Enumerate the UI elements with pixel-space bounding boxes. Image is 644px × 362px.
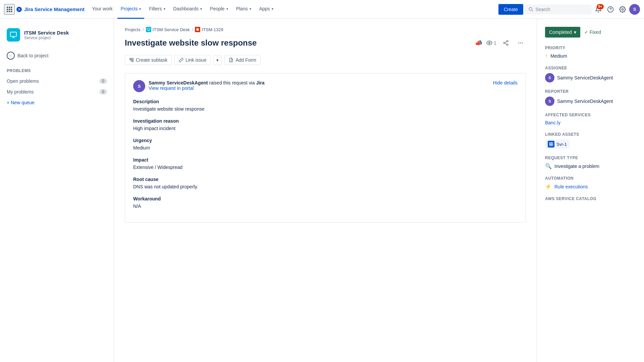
app-logo[interactable]: Jira Service Management (16, 6, 85, 12)
raised-text: raised this request via (209, 80, 256, 85)
toolbar-more-button[interactable]: ▾ (213, 55, 222, 65)
svg-rect-1 (9, 7, 10, 8)
issue-toolbar: Create subtask Link issue ▾ Add Form (125, 55, 526, 65)
top-navigation: Jira Service Management Your work Projec… (0, 0, 644, 19)
priority-icon: ↑ (545, 53, 548, 59)
asset-name: Svr-1 (556, 142, 567, 147)
plans-chevron-icon: ▾ (250, 7, 251, 11)
link-issue-button[interactable]: Link issue (174, 55, 211, 65)
root-cause-value: DNS was not updated properly. (133, 184, 518, 189)
reporter-avatar: S (545, 97, 554, 106)
share-button[interactable] (500, 38, 511, 48)
priority-label: Priority (545, 46, 636, 50)
nav-your-work[interactable]: Your work (89, 0, 116, 19)
announce-icon: 📣 (475, 39, 482, 47)
urgency-value: Medium (133, 145, 518, 150)
help-button[interactable] (605, 4, 616, 15)
aws-label: AWS Service Catalog (545, 196, 636, 201)
nav-plans[interactable]: Plans ▾ (233, 0, 255, 19)
sidebar: ITSM Service Desk Service project ← Back… (0, 19, 114, 362)
watch-button[interactable]: 1 (486, 40, 496, 46)
impact-value: Extensive / Widespread (133, 165, 518, 170)
resolution-label: Fixed (590, 29, 601, 35)
linked-assets-label: LINKED ASSETS (545, 132, 636, 137)
breadcrumb-project[interactable]: ITSM Service Desk (146, 27, 190, 32)
svg-rect-8 (11, 11, 12, 12)
subtask-icon (129, 58, 134, 62)
svg-point-24 (506, 44, 508, 46)
sidebar-project: ITSM Service Desk Service project (0, 25, 114, 48)
issue-header-actions: 📣 1 (475, 38, 526, 48)
linked-assets-value: Svr-1 (545, 139, 636, 149)
breadcrumb: Projects / ITSM Service Desk / (125, 27, 526, 32)
more-options-button[interactable] (515, 38, 526, 48)
svg-rect-4 (9, 9, 10, 10)
settings-button[interactable] (617, 4, 628, 15)
nav-filters[interactable]: Filters ▾ (146, 0, 168, 19)
svg-point-21 (489, 42, 490, 44)
view-portal-link[interactable]: View request in portal (149, 85, 265, 91)
description-card: S Sammy ServiceDeskAgent raised this req… (125, 73, 526, 223)
affected-services-link[interactable]: Banc.ly (545, 120, 560, 125)
add-form-button[interactable]: Add Form (224, 55, 260, 65)
urgency-label: Urgency (133, 138, 518, 143)
eye-icon (486, 40, 492, 46)
automation-value: ⚡ Rule executions (545, 183, 636, 190)
nav-dashboards[interactable]: Dashboards ▾ (170, 0, 206, 19)
project-icon (7, 28, 20, 42)
automation-field: Automation ⚡ Rule executions (545, 176, 636, 190)
issue-header: Investigate website slow response 📣 1 (125, 38, 526, 48)
notifications-button[interactable]: 9+ (593, 4, 604, 15)
svg-rect-3 (7, 9, 8, 10)
nav-apps[interactable]: Apps ▾ (256, 0, 277, 19)
svg-point-27 (518, 43, 519, 44)
request-type-value: 🔍 Investigate a problem (545, 163, 636, 169)
user-avatar[interactable]: S (629, 4, 640, 15)
breadcrumb-project-link[interactable]: ITSM Service Desk (153, 27, 190, 32)
nav-people[interactable]: People ▾ (207, 0, 231, 19)
requester-row: S Sammy ServiceDeskAgent raised this req… (133, 80, 518, 92)
assignee-avatar: S (545, 73, 554, 82)
investigation-reason-field: Investigation reason High impact inciden… (133, 118, 518, 131)
sidebar-project-info: ITSM Service Desk Service project (24, 30, 69, 40)
svg-rect-32 (132, 60, 133, 62)
breadcrumb-projects[interactable]: Projects (125, 27, 141, 32)
nav-projects[interactable]: Projects ▾ (117, 0, 145, 19)
sidebar-item-open-problems[interactable]: Open problems 0 (0, 76, 114, 86)
affected-services-value: Banc.ly (545, 120, 636, 125)
search-input[interactable] (535, 7, 588, 12)
create-subtask-button[interactable]: Create subtask (125, 55, 172, 65)
back-icon: ← (7, 52, 15, 60)
svg-line-26 (505, 42, 506, 43)
sidebar-item-my-problems[interactable]: My problems 0 (0, 86, 114, 97)
grid-icon[interactable] (4, 4, 15, 15)
assignee-label: Assignee (545, 66, 636, 70)
new-queue-button[interactable]: + New queue (0, 97, 114, 108)
completed-label: Completed (549, 29, 572, 35)
right-panel: Completed ▾ ✓ Fixed Priority ↑ Medium As… (537, 19, 644, 362)
back-to-project[interactable]: ← Back to project (0, 48, 114, 63)
status-button[interactable]: Completed ▾ (545, 27, 580, 38)
reporter-value: S Sammy ServiceDeskAgent (545, 97, 636, 106)
svg-rect-17 (147, 28, 150, 30)
create-button[interactable]: Create (498, 4, 523, 15)
status-chevron-icon: ▾ (574, 29, 576, 35)
automation-link[interactable]: Rule executions (554, 184, 588, 189)
notifications-badge: 9+ (597, 4, 604, 9)
projects-chevron-icon: ▾ (139, 7, 141, 11)
requester-name: Sammy ServiceDeskAgent (149, 80, 208, 85)
hide-details-button[interactable]: Hide details (493, 80, 518, 85)
reporter-field: Reporter S Sammy ServiceDeskAgent (545, 89, 636, 106)
svg-rect-14 (10, 32, 16, 37)
search-box[interactable] (525, 4, 592, 14)
status-row: Completed ▾ ✓ Fixed (545, 27, 636, 38)
asset-badge[interactable]: Svr-1 (545, 139, 570, 149)
priority-field: Priority ↑ Medium (545, 46, 636, 59)
requester-text: Sammy ServiceDeskAgent raised this reque… (149, 80, 265, 91)
search-icon (529, 7, 533, 12)
svg-point-22 (506, 41, 508, 42)
requester-avatar: S (133, 80, 145, 92)
filters-chevron-icon: ▾ (164, 7, 165, 11)
affected-services-label: Affected services (545, 113, 636, 117)
problems-section-header: Problems (0, 63, 114, 76)
